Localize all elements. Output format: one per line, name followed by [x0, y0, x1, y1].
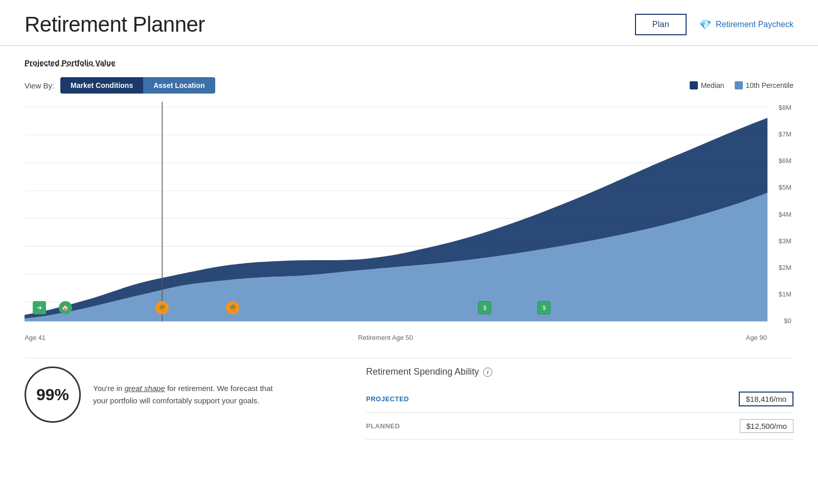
y-label-4m: $4M	[767, 211, 793, 218]
spending-title-label: Retirement Spending Ability	[366, 366, 479, 377]
spending-section: Retirement Spending Ability i PROJECTED …	[342, 366, 793, 440]
spending-planned-label: PLANNED	[366, 422, 400, 430]
page-title: Retirement Planner	[25, 12, 205, 37]
event-go-icon[interactable]: ➜	[33, 301, 46, 314]
score-value: 99%	[36, 385, 69, 404]
spending-projected-label: PROJECTED	[366, 395, 409, 403]
legend-median-label: Median	[701, 81, 724, 89]
x-label-age41: Age 41	[25, 334, 46, 341]
spending-row-planned: PLANNED $12,500/mo	[366, 413, 793, 440]
x-label-age90: Age 90	[746, 334, 767, 341]
y-label-3m: $3M	[767, 237, 793, 245]
view-by-label: View By:	[25, 81, 54, 90]
y-label-0: $0	[767, 317, 793, 325]
view-by-section: View By: Market Conditions Asset Locatio…	[25, 77, 215, 94]
legend-percentile: 10th Percentile	[735, 81, 793, 89]
score-description: You're in great shape for retirement. We…	[93, 382, 287, 407]
score-circle: 99%	[25, 366, 81, 423]
event-home-icon[interactable]: 🏠	[59, 301, 72, 314]
x-axis-labels: Age 41 Retirement Age 50 Age 90	[25, 331, 793, 341]
chart-wrapper: $8M $7M $6M $5M $4M $3M $2M $1M $0 ➜ 🏠 🌴	[25, 102, 793, 327]
y-label-6m: $6M	[767, 157, 793, 165]
page-header: Retirement Planner Plan 💎 Retirement Pay…	[0, 0, 818, 46]
plan-button[interactable]: Plan	[635, 14, 687, 35]
y-label-8m: $8M	[767, 104, 793, 111]
score-desc-prefix: You're in	[93, 384, 125, 393]
event-palm2-icon[interactable]: 🌴	[226, 301, 239, 314]
section-title: Projected Portfolio Value	[25, 58, 793, 67]
event-money2-icon[interactable]: $	[537, 301, 551, 314]
header-actions: Plan 💎 Retirement Paycheck	[635, 14, 793, 35]
legend-median: Median	[690, 81, 724, 89]
x-label-retirement: Retirement Age 50	[358, 334, 413, 341]
event-money1-icon[interactable]: $	[478, 301, 491, 314]
spending-planned-amount: $12,500/mo	[740, 419, 793, 433]
bottom-section: 99% You're in great shape for retirement…	[25, 358, 793, 440]
legend-percentile-label: 10th Percentile	[746, 81, 793, 89]
y-label-7m: $7M	[767, 130, 793, 138]
legend-median-box	[690, 81, 698, 89]
paycheck-link-label: Retirement Paycheck	[716, 20, 793, 29]
toggle-group: Market Conditions Asset Location	[60, 77, 215, 94]
y-label-1m: $1M	[767, 290, 793, 298]
toggle-asset-location[interactable]: Asset Location	[143, 77, 215, 94]
score-section: 99% You're in great shape for retirement…	[25, 366, 342, 423]
y-axis-labels: $8M $7M $6M $5M $4M $3M $2M $1M $0	[767, 102, 793, 327]
spending-projected-amount: $18,416/mo	[739, 392, 793, 406]
y-label-5m: $5M	[767, 184, 793, 191]
toggle-market-conditions[interactable]: Market Conditions	[60, 77, 143, 94]
legend-percentile-box	[735, 81, 743, 89]
chart-event-icons: ➜ 🏠 🌴 🌴 $ $	[25, 301, 767, 316]
spending-title: Retirement Spending Ability i	[366, 366, 793, 377]
y-label-2m: $2M	[767, 264, 793, 271]
paycheck-icon: 💎	[699, 18, 712, 31]
score-desc-highlight: great shape	[125, 384, 165, 393]
event-palm1-icon[interactable]: 🌴	[155, 301, 169, 314]
portfolio-chart	[25, 102, 793, 327]
main-content: Projected Portfolio Value View By: Marke…	[0, 46, 818, 452]
chart-controls: View By: Market Conditions Asset Locatio…	[25, 77, 793, 94]
spending-row-projected: PROJECTED $18,416/mo	[366, 385, 793, 413]
chart-legend: Median 10th Percentile	[690, 81, 793, 89]
retirement-paycheck-link[interactable]: 💎 Retirement Paycheck	[699, 18, 793, 31]
info-icon[interactable]: i	[483, 368, 492, 377]
